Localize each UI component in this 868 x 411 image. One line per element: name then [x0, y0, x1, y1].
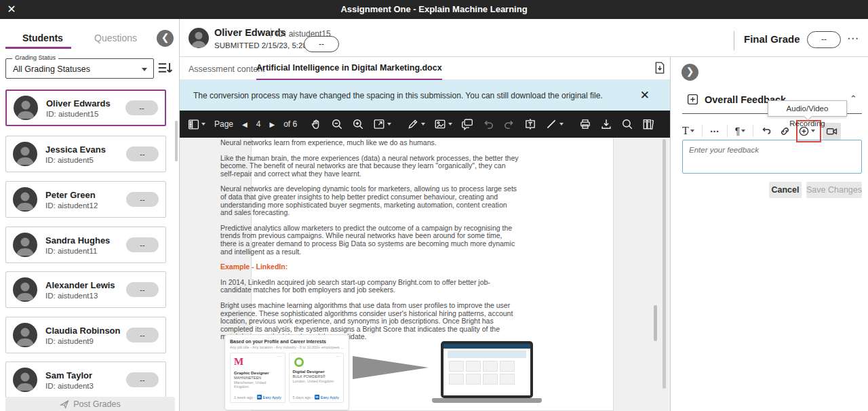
grade-pill[interactable]: -- — [126, 192, 159, 207]
collapse-panel-button[interactable]: ❯ — [682, 64, 698, 81]
more-tools-button[interactable]: ⋯ — [710, 125, 719, 136]
zoom-in-icon[interactable] — [352, 118, 364, 130]
avatar — [13, 233, 37, 257]
job-title: Graphic Designer — [234, 370, 281, 375]
attempt-grade-pill[interactable]: -- — [304, 36, 339, 52]
close-notice-icon[interactable]: ✕ — [640, 88, 650, 102]
figure-card-subtitle: Any job title - Any location - Any indus… — [230, 345, 344, 349]
tab-questions[interactable]: Questions — [94, 33, 137, 43]
page-title: Assignment One - Explain Machine Learnin… — [0, 4, 868, 14]
collapse-sidebar-button[interactable]: ❮ — [157, 30, 174, 47]
fit-to-page-icon[interactable] — [373, 118, 391, 130]
student-id: ID: aistudent3 — [45, 382, 126, 390]
grade-pill[interactable]: -- — [126, 237, 159, 252]
company-logo — [294, 357, 304, 367]
text-box-icon[interactable] — [524, 118, 536, 130]
submission-header: Oliver Edwards ID: aistudent15 SUBMITTED… — [180, 19, 868, 57]
figure-card-title: Based on your Profile and Career Interes… — [230, 339, 344, 344]
previous-page-icon[interactable]: ◀ — [242, 121, 248, 128]
student-row-peter-green[interactable]: Peter GreenID: aistudent12 -- — [5, 181, 166, 218]
student-name: Peter Green — [45, 190, 126, 200]
student-row-sam-taylor[interactable]: Sam TaylorID: aistudent3 -- — [5, 361, 166, 398]
grade-pill[interactable]: -- — [126, 372, 159, 387]
next-page-icon[interactable]: ▶ — [269, 121, 275, 128]
student-row-oliver-edwards[interactable]: Oliver EdwardsID: aistudent15 -- — [5, 90, 166, 126]
sidebar-scrollbar[interactable] — [175, 121, 178, 161]
page-number-input[interactable]: 4 — [256, 119, 261, 129]
job-location: Manchester, United Kingdom — [234, 380, 281, 389]
student-row-jessica-evans[interactable]: Jessica EvansID: aistudent5 -- — [5, 136, 166, 172]
student-name: Jessica Evans — [45, 144, 126, 155]
save-changes-button[interactable]: Save Changes — [806, 182, 862, 198]
audio-video-recording-button[interactable] — [823, 123, 841, 140]
annotation-pen-icon[interactable] — [407, 118, 425, 130]
paragraph: Neural networks are developing dynamic t… — [220, 185, 520, 216]
student-id: ID: aistudent12 — [45, 201, 126, 210]
student-row-claudia-robinson[interactable]: Claudia RobinsonID: aistudent9 -- — [5, 317, 166, 353]
sort-icon[interactable] — [157, 58, 173, 80]
paragraph-style-button[interactable]: ¶ — [735, 125, 746, 136]
title-bar: ✕ Assignment One - Explain Machine Learn… — [0, 0, 868, 19]
tab-assessment-content[interactable]: Assessment content — [189, 64, 265, 74]
comments-icon[interactable] — [461, 118, 473, 130]
grading-status-label: Grading Status — [12, 54, 58, 61]
final-grade-label: Final Grade — [744, 33, 800, 45]
page-scrollbar[interactable] — [654, 305, 657, 341]
job-tile: ⋯ Digital Designer BULK POWDERS® London,… — [289, 353, 344, 403]
undo-button[interactable] — [761, 125, 772, 136]
grading-status-select[interactable]: Grading Status All Grading Statuses — [5, 58, 154, 79]
search-icon[interactable] — [621, 118, 633, 130]
collapse-feedback-icon[interactable]: ⌃ — [850, 94, 857, 104]
tab-document[interactable]: Artificial Intelligence in Digital Marke… — [256, 63, 442, 81]
text-style-button[interactable]: T — [682, 125, 694, 137]
feedback-actions: Cancel Save Changes — [682, 182, 862, 198]
post-grades-button[interactable]: Post Grades — [5, 397, 175, 411]
divider — [734, 31, 734, 50]
student-row-alexander-lewis[interactable]: Alexander LewisID: aistudent13 -- — [5, 271, 166, 308]
paper-plane-icon — [60, 399, 69, 409]
post-grades-label: Post Grades — [73, 399, 120, 409]
grade-pill[interactable]: -- — [126, 146, 159, 161]
zoom-out-icon[interactable] — [331, 118, 343, 130]
student-id: ID: aistudent11 — [45, 247, 126, 255]
chevron-down-icon — [142, 68, 147, 71]
example-heading: Example - LinkedIn: — [220, 263, 520, 271]
student-name: Claudia Robinson — [45, 326, 126, 336]
pdf-toolbar: Page ◀ 4 ▶ of 6 — [180, 111, 670, 138]
linkedin-icon: in — [315, 395, 319, 399]
document-text: Neural networks learn from experience, m… — [220, 139, 520, 349]
thumbnail-panel-icon[interactable] — [188, 119, 205, 130]
audio-video-tooltip: Audio/Video Recording — [768, 100, 847, 117]
cancel-button[interactable]: Cancel — [769, 182, 802, 198]
linkedin-jobs-card: Based on your Profile and Career Interes… — [224, 334, 349, 410]
grade-pill[interactable]: -- — [126, 328, 159, 342]
grade-pill[interactable]: -- — [126, 282, 159, 297]
laptop-base — [432, 398, 542, 403]
feedback-input[interactable] — [682, 140, 862, 174]
company-logo: M — [234, 356, 246, 368]
line-tool-icon[interactable] — [545, 118, 564, 130]
grading-status-value: All Grading Statuses — [13, 64, 90, 74]
linkedin-icon: in — [257, 395, 262, 399]
pan-tool-icon[interactable] — [310, 118, 322, 130]
final-grade-pill[interactable]: -- — [807, 31, 841, 48]
download-icon[interactable] — [600, 118, 612, 130]
job-tile: ⋯ M Graphic Designer MAHNINETEEN Manches… — [230, 353, 285, 403]
figure-arrow — [353, 356, 429, 379]
student-name: Alexander Lewis — [45, 280, 126, 290]
job-company: MAHNINETEEN — [234, 376, 281, 380]
grade-pill[interactable]: -- — [125, 100, 158, 115]
document-viewer: Neural networks learn from experience, m… — [180, 138, 670, 411]
student-name: Sandra Hughes — [45, 235, 126, 246]
content-library-icon[interactable] — [642, 118, 654, 130]
tab-students[interactable]: Students — [22, 33, 63, 43]
print-icon[interactable] — [579, 118, 591, 130]
viewer-scrollbar[interactable] — [663, 139, 666, 389]
download-file-icon[interactable] — [654, 62, 665, 77]
paragraph: Like the human brain, the more experienc… — [220, 155, 520, 178]
avatar — [14, 96, 38, 120]
image-stamp-icon[interactable] — [434, 118, 452, 130]
student-row-sandra-hughes[interactable]: Sandra HughesID: aistudent11 -- — [5, 227, 166, 263]
more-options-icon[interactable]: ⋯ — [847, 31, 859, 45]
header-student-name: Oliver Edwards — [214, 27, 286, 38]
